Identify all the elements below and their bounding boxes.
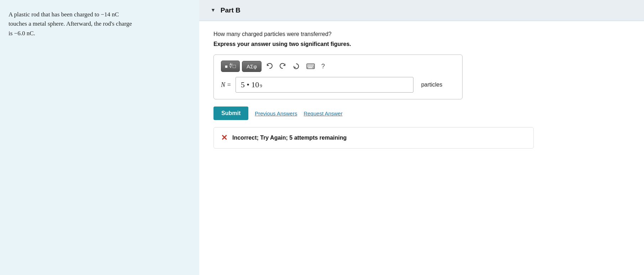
keyboard-button[interactable]	[304, 62, 317, 71]
math-value: 5 • 10	[241, 80, 259, 89]
math-toolbar: ■ ∜□ ΑΣφ	[221, 61, 455, 72]
undo-button[interactable]	[264, 61, 275, 71]
part-title: Part B	[221, 6, 241, 14]
action-row: Submit Previous Answers Request Answer	[213, 107, 630, 120]
collapse-chevron[interactable]: ▼	[211, 7, 216, 13]
answer-box: ■ ∜□ ΑΣφ	[213, 55, 463, 99]
part-body: How many charged particles were transfer…	[199, 21, 644, 159]
greek-button[interactable]: ΑΣφ	[242, 61, 262, 72]
svg-rect-9	[312, 66, 313, 67]
radical-button[interactable]: ■ ∜□	[221, 61, 240, 72]
feedback-box: ✕ Incorrect; Try Again; 5 attempts remai…	[213, 127, 534, 149]
problem-text: A plastic rod that has been charged to −…	[9, 10, 189, 38]
input-row: N = 5 • 109 particles	[221, 77, 455, 93]
problem-panel: A plastic rod that has been charged to −…	[0, 0, 199, 275]
svg-rect-8	[310, 66, 311, 67]
previous-answers-button[interactable]: Previous Answers	[255, 110, 297, 116]
feedback-text: Incorrect; Try Again; 5 attempts remaini…	[232, 135, 347, 141]
svg-rect-4	[312, 64, 313, 66]
instruction-text: Express your answer using two significan…	[213, 41, 630, 47]
redo-button[interactable]	[277, 61, 289, 71]
svg-rect-7	[309, 66, 310, 67]
answer-panel: ▼ Part B How many charged particles were…	[199, 0, 644, 275]
part-header: ▼ Part B	[199, 0, 644, 21]
incorrect-icon: ✕	[221, 133, 227, 142]
question-text: How many charged particles were transfer…	[213, 31, 630, 37]
svg-rect-3	[310, 64, 311, 66]
help-button[interactable]: ?	[319, 61, 327, 72]
unit-label: particles	[421, 82, 443, 88]
reset-button[interactable]	[291, 61, 302, 71]
variable-label: N =	[221, 81, 231, 89]
svg-rect-10	[308, 67, 312, 68]
radical-icon: ∜□	[229, 63, 236, 69]
svg-rect-6	[307, 66, 308, 67]
math-input-field[interactable]: 5 • 109	[236, 77, 413, 93]
request-answer-button[interactable]: Request Answer	[303, 110, 342, 116]
svg-rect-2	[309, 64, 310, 66]
square-icon: ■	[225, 64, 228, 69]
math-exponent: 9	[260, 83, 262, 89]
submit-button[interactable]: Submit	[213, 107, 248, 120]
svg-rect-1	[307, 64, 308, 66]
svg-rect-5	[313, 64, 314, 66]
